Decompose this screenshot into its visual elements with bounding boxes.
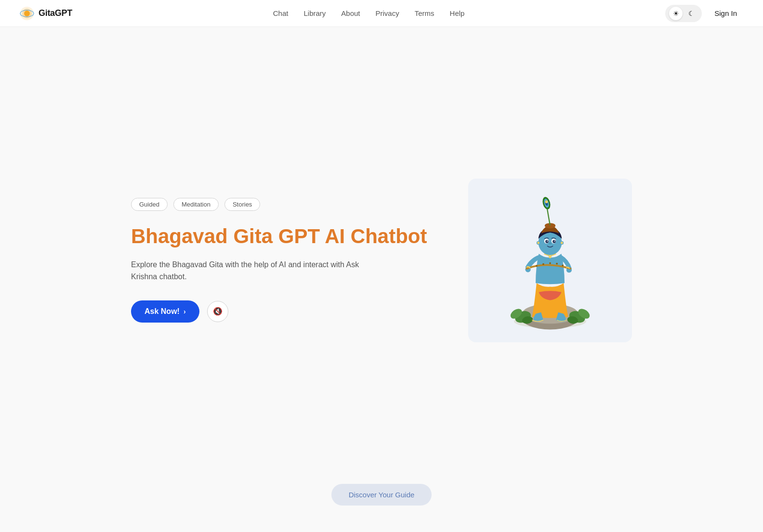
navbar-right: ☀ ☾ Sign In (665, 5, 744, 22)
pill-guided[interactable]: Guided (131, 198, 168, 211)
nav-terms[interactable]: Terms (415, 9, 434, 17)
nav-privacy[interactable]: Privacy (376, 9, 399, 17)
krishna-illustration (483, 188, 618, 333)
ask-now-label: Ask Now! (145, 307, 180, 316)
logo-text: GitaGPT (39, 8, 72, 18)
navbar: GitaGPT Chat Library About Privacy Terms… (0, 0, 763, 27)
logo-icon (19, 6, 35, 21)
svg-point-19 (562, 264, 564, 266)
chevron-right-icon: › (184, 308, 186, 315)
svg-point-2 (24, 11, 30, 16)
hero-left: Guided Meditation Stories Bhagavad Gita … (131, 198, 430, 323)
hero-right (468, 179, 632, 342)
svg-point-18 (556, 262, 558, 264)
light-mode-button[interactable]: ☀ (669, 7, 683, 20)
svg-point-26 (553, 240, 556, 243)
nav-chat[interactable]: Chat (273, 9, 289, 17)
svg-point-21 (549, 255, 552, 258)
nav-about[interactable]: About (341, 9, 360, 17)
discover-guide-button[interactable]: Discover Your Guide (331, 484, 432, 506)
illustration-card (468, 179, 632, 342)
dark-mode-button[interactable]: ☾ (684, 7, 698, 20)
mute-button[interactable]: 🔇 (207, 301, 228, 322)
svg-point-25 (545, 240, 549, 243)
svg-point-38 (545, 200, 548, 203)
mute-icon: 🔇 (213, 307, 223, 316)
svg-point-28 (554, 240, 555, 241)
hero-actions: Ask Now! › 🔇 (131, 300, 430, 323)
hero-description: Explore the Bhagavad Gita with the help … (131, 259, 382, 283)
svg-point-31 (537, 242, 539, 244)
pill-meditation[interactable]: Meditation (173, 198, 219, 211)
svg-point-33 (561, 242, 563, 244)
sign-in-button[interactable]: Sign In (708, 6, 744, 20)
pill-stories[interactable]: Stories (224, 198, 260, 211)
hero-title: Bhagavad Gita GPT AI Chatbot (131, 224, 430, 248)
nav-help[interactable]: Help (450, 9, 465, 17)
main-content: Guided Meditation Stories Bhagavad Gita … (0, 27, 763, 493)
svg-point-15 (536, 265, 538, 267)
svg-point-17 (549, 262, 551, 264)
navbar-links: Chat Library About Privacy Terms Help (273, 9, 465, 17)
svg-point-27 (547, 240, 548, 241)
logo[interactable]: GitaGPT (19, 6, 72, 21)
tag-pills: Guided Meditation Stories (131, 198, 430, 211)
nav-library[interactable]: Library (303, 9, 326, 17)
ask-now-button[interactable]: Ask Now! › (131, 300, 199, 323)
svg-point-29 (549, 242, 552, 244)
svg-point-16 (542, 263, 544, 265)
theme-toggle[interactable]: ☀ ☾ (665, 5, 702, 22)
discover-section: Discover Your Guide (0, 484, 763, 525)
